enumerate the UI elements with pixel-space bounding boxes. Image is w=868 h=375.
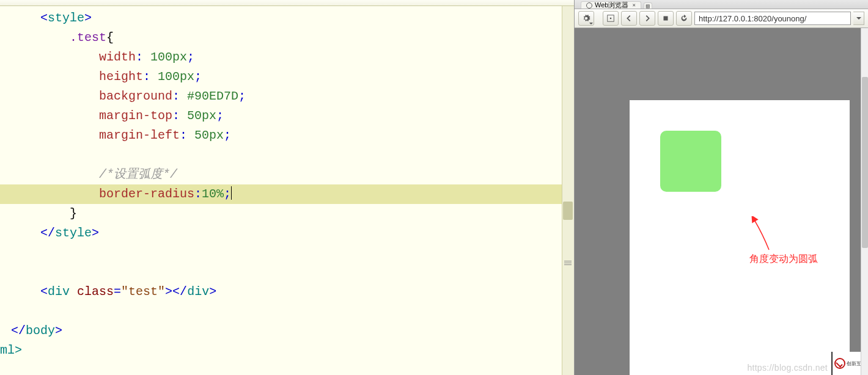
code-line: </style> <box>0 224 574 243</box>
logo-mark-icon <box>834 358 845 369</box>
code-area[interactable]: <style> .test{ width: 100px; height: 100… <box>0 6 574 375</box>
code-line: background: #90ED7D; <box>0 87 574 106</box>
browser-tab[interactable]: Web浏览器 ✕ <box>581 1 641 9</box>
forward-button[interactable] <box>639 11 655 26</box>
refresh-button[interactable] <box>676 11 692 26</box>
close-icon[interactable]: ✕ <box>632 2 635 9</box>
editor-scrollbar[interactable] <box>562 6 574 375</box>
code-line: margin-top: 50px; <box>0 106 574 126</box>
code-line: .test{ <box>0 28 574 48</box>
editor-tab-strip <box>0 0 574 6</box>
back-button[interactable] <box>621 11 637 26</box>
url-text: http://127.0.0.1:8020/younong/ <box>699 14 806 23</box>
gear-icon <box>582 14 590 23</box>
browser-toolbar: http://127.0.0.1:8020/younong/ <box>575 9 868 28</box>
settings-button[interactable] <box>578 11 594 26</box>
test-box <box>660 131 721 192</box>
browser-tab-label: Web浏览器 <box>595 1 628 10</box>
globe-icon <box>586 2 592 9</box>
code-line: height: 100px; <box>0 67 574 87</box>
code-line: } <box>0 204 574 224</box>
stop-button[interactable] <box>658 11 674 26</box>
url-dropdown-button[interactable] <box>853 12 864 25</box>
arrow-left-icon <box>625 14 633 23</box>
scroll-thumb[interactable] <box>563 202 573 220</box>
new-tab-button[interactable]: ▧ <box>644 2 652 9</box>
code-line <box>0 243 574 263</box>
editor-pane: <style> .test{ width: 100px; height: 100… <box>0 0 575 375</box>
code-line: /*设置弧度*/ <box>0 165 574 184</box>
preview-scrollbar[interactable] <box>861 28 868 375</box>
tag-style-open: style <box>48 11 84 25</box>
url-input[interactable]: http://127.0.0.1:8020/younong/ <box>694 12 851 25</box>
refresh-icon <box>680 14 688 23</box>
text-caret <box>231 186 232 200</box>
svg-point-1 <box>610 18 612 20</box>
watermark-text: https://blog.csdn.net <box>747 363 828 373</box>
browser-tab-row: Web浏览器 ✕ ▧ <box>575 0 868 9</box>
code-line: <div class="test"></div> <box>0 282 574 302</box>
app-root: <style> .test{ width: 100px; height: 100… <box>0 0 868 375</box>
square-arrow-icon <box>606 14 615 23</box>
svg-rect-2 <box>664 16 668 21</box>
tool-button[interactable] <box>603 11 619 26</box>
arrow-right-icon <box>643 14 652 23</box>
css-selector: .test <box>70 31 106 45</box>
preview-scroll-thumb[interactable] <box>862 77 868 248</box>
stop-icon <box>661 14 670 23</box>
rendered-page <box>630 100 850 375</box>
code-line <box>0 145 574 165</box>
code-line: <style> <box>0 9 574 28</box>
chevron-down-icon <box>589 23 593 24</box>
code-line <box>0 302 574 321</box>
preview-viewport: 角度变动为圆弧 https://blog.csdn.net 创新互联 <box>575 28 868 375</box>
code-line: margin-left: 50px; <box>0 126 574 145</box>
code-line-current: border-radius:10%; <box>0 184 574 204</box>
scroll-grip-icon <box>563 260 573 268</box>
preview-pane: Web浏览器 ✕ ▧ <box>575 0 868 375</box>
code-line: width: 100px; <box>0 48 574 67</box>
code-line: ml> <box>0 341 574 360</box>
css-comment: /*设置弧度*/ <box>99 167 177 181</box>
annotation-text: 角度变动为圆弧 <box>749 253 818 266</box>
code-line <box>0 263 574 282</box>
code-line: </body> <box>0 321 574 341</box>
annotation-arrow-icon <box>751 216 775 253</box>
